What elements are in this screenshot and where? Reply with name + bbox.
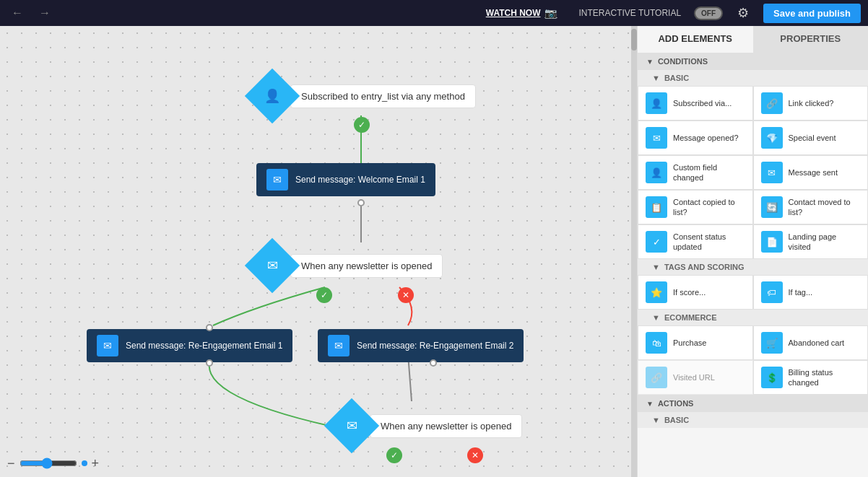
special-event-icon: 💎 — [761, 127, 783, 149]
cond2-label: When any newsletter is opened — [370, 414, 522, 438]
section-conditions[interactable]: ▼ CONDITIONS — [638, 53, 868, 70]
forward-button[interactable]: → — [35, 4, 55, 22]
watch-now-link[interactable]: WATCH NOW 📷 — [486, 7, 557, 19]
zoom-in-button[interactable]: + — [92, 457, 100, 470]
zoom-out-button[interactable]: − — [7, 457, 15, 470]
envelope-icon-1: ✉ — [267, 258, 278, 273]
basic-elements-grid: 👤 Subscribed via... 🔗 Link clicked? ✉ Me… — [638, 86, 868, 259]
cond1-node[interactable]: ✉ When any newsletter is opened — [253, 246, 443, 285]
toggle-off-button[interactable]: OFF — [695, 8, 721, 19]
tab-properties[interactable]: PROPERTIES — [753, 26, 869, 53]
subsection-tags-scoring[interactable]: ▼ TAGS AND SCORING — [638, 259, 868, 275]
subsection-ecommerce[interactable]: ▼ ECOMMERCE — [638, 310, 868, 325]
action1-dot — [357, 199, 365, 206]
email-icon-2: ✉ — [97, 335, 118, 356]
settings-button[interactable]: ⚙ — [737, 5, 749, 21]
section-actions[interactable]: ▼ ACTIONS — [638, 395, 868, 412]
visited-url-icon: 🔗 — [646, 367, 667, 388]
link-clicked-icon: 🔗 — [761, 92, 783, 114]
tab-add-elements[interactable]: ADD ELEMENTS — [638, 26, 753, 53]
zoom-slider[interactable] — [19, 458, 77, 469]
action3-node[interactable]: ✉ Send message: Re-Engagement Email 2 — [318, 329, 524, 362]
actions-label: ACTIONS — [658, 399, 694, 408]
if-tag-icon: 🏷 — [761, 281, 783, 303]
element-contact-copied[interactable]: 📋 Contact copied to list? — [638, 190, 753, 224]
cond1-yes: ✓ — [316, 287, 332, 303]
visited-url-label: Visited URL — [673, 372, 715, 382]
tags-scoring-arrow: ▼ — [652, 263, 660, 271]
actions-basic-arrow: ▼ — [652, 416, 660, 424]
email-icon-3: ✉ — [328, 335, 350, 356]
subsection-actions-basic[interactable]: ▼ BASIC — [638, 412, 868, 428]
action1-node[interactable]: ✉ Send message: Welcome Email 1 — [256, 163, 435, 196]
if-tag-label: If tag... — [789, 287, 813, 297]
action3-bot-dot — [430, 359, 437, 367]
element-link-clicked[interactable]: 🔗 Link clicked? — [753, 86, 869, 121]
message-sent-icon: ✉ — [761, 162, 783, 183]
action2-box: ✉ Send message: Re-Engagement Email 1 — [87, 329, 292, 362]
abandoned-cart-label: Abandoned cart — [789, 338, 845, 348]
subsection-basic[interactable]: ▼ BASIC — [638, 70, 868, 86]
zoom-indicator — [82, 460, 87, 466]
element-message-opened[interactable]: ✉ Message opened? — [638, 121, 753, 155]
tags-scoring-grid: ⭐ If score... 🏷 If tag... — [638, 275, 868, 310]
purchase-label: Purchase — [673, 338, 706, 348]
canvas-scrollbar[interactable] — [631, 26, 637, 477]
scrollbar-thumb — [631, 29, 637, 51]
conditions-arrow: ▼ — [646, 58, 654, 66]
message-opened-label: Message opened? — [673, 133, 739, 143]
cond2-no: ✕ — [467, 447, 483, 463]
element-if-tag[interactable]: 🏷 If tag... — [753, 275, 869, 310]
consent-status-label: Consent status updated — [673, 232, 745, 253]
custom-field-label: Custom field changed — [673, 162, 745, 183]
camera-icon: 📷 — [544, 7, 557, 19]
start-node-label: Subscribed to entry_list via any method — [290, 84, 476, 108]
ecommerce-grid: 🛍 Purchase 🛒 Abandoned cart 🔗 Visited UR… — [638, 325, 868, 395]
start-node[interactable]: 👤 Subscribed to entry_list via any metho… — [253, 76, 476, 115]
cond1-no: ✕ — [398, 287, 414, 303]
watch-now-label: WATCH NOW — [486, 8, 541, 18]
element-contact-moved[interactable]: 🔄 Contact moved to list? — [753, 190, 869, 224]
action3-label: Send message: Re-Engagement Email 2 — [357, 341, 513, 351]
message-sent-label: Message sent — [789, 167, 838, 178]
element-purchase[interactable]: 🛍 Purchase — [638, 325, 753, 360]
back-button[interactable]: ← — [7, 4, 27, 22]
action2-node[interactable]: ✉ Send message: Re-Engagement Email 1 — [87, 329, 292, 362]
email-icon-1: ✉ — [266, 169, 288, 191]
billing-status-label: Billing status changed — [789, 367, 861, 388]
element-consent-status[interactable]: ✓ Consent status updated — [638, 224, 753, 259]
cond2-node[interactable]: ✉ When any newsletter is opened — [332, 406, 522, 445]
element-message-sent[interactable]: ✉ Message sent — [753, 155, 869, 190]
basic-label: BASIC — [664, 74, 689, 82]
contact-copied-label: Contact copied to list? — [673, 197, 745, 218]
consent-status-icon: ✓ — [646, 231, 667, 253]
billing-status-icon: 💲 — [761, 367, 783, 388]
start-diamond: 👤 — [245, 69, 300, 123]
element-landing-page[interactable]: 📄 Landing page visited — [753, 224, 869, 259]
canvas-area[interactable]: 👤 Subscribed to entry_list via any metho… — [0, 26, 637, 477]
element-visited-url: 🔗 Visited URL — [638, 360, 753, 395]
action1-box: ✉ Send message: Welcome Email 1 — [256, 163, 435, 196]
conditions-label: CONDITIONS — [658, 57, 708, 66]
element-if-score[interactable]: ⭐ If score... — [638, 275, 753, 310]
action3-box: ✉ Send message: Re-Engagement Email 2 — [318, 329, 524, 362]
action2-label: Send message: Re-Engagement Email 1 — [126, 341, 282, 351]
interactive-tutorial-label: INTERACTIVE TUTORIAL — [578, 8, 681, 18]
if-score-icon: ⭐ — [646, 281, 667, 303]
cond1-diamond: ✉ — [245, 238, 300, 293]
cond1-label: When any newsletter is opened — [290, 254, 443, 278]
contact-moved-icon: 🔄 — [761, 196, 783, 218]
save-publish-button[interactable]: Save and publish — [763, 4, 861, 23]
basic-arrow: ▼ — [652, 74, 660, 82]
element-billing-status[interactable]: 💲 Billing status changed — [753, 360, 869, 395]
landing-page-icon: 📄 — [761, 231, 783, 253]
element-subscribed-via[interactable]: 👤 Subscribed via... — [638, 86, 753, 121]
toolbar: ← → WATCH NOW 📷 INTERACTIVE TUTORIAL OFF… — [0, 0, 868, 26]
element-abandoned-cart[interactable]: 🛒 Abandoned cart — [753, 325, 869, 360]
action2-bot-dot — [206, 359, 213, 367]
special-event-label: Special event — [789, 133, 836, 143]
element-custom-field[interactable]: 👤 Custom field changed — [638, 155, 753, 190]
cond2-diamond: ✉ — [324, 398, 379, 453]
action1-label: Send message: Welcome Email 1 — [295, 175, 425, 185]
element-special-event[interactable]: 💎 Special event — [753, 121, 869, 155]
